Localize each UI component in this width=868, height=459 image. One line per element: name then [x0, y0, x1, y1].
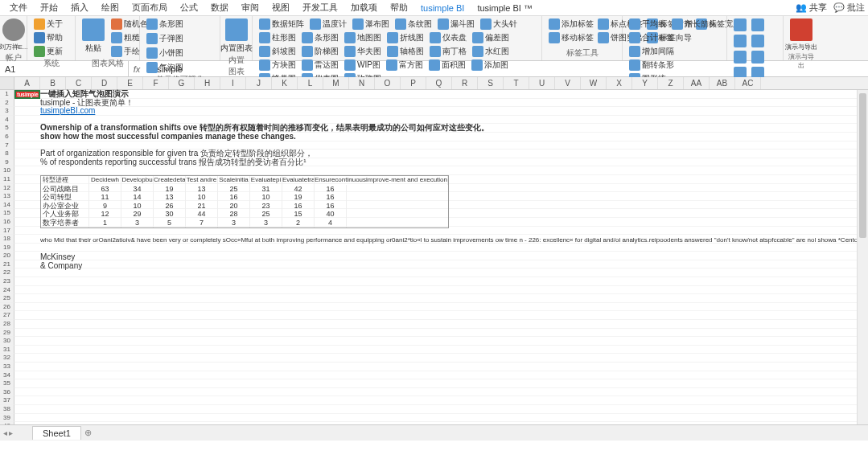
cell-bubble-button[interactable]: 气泡图 — [145, 61, 185, 74]
row-header-12[interactable]: 12 — [0, 184, 14, 193]
enhance-2[interactable]: 合计标签 — [627, 31, 676, 44]
scrollbar-thumb[interactable] — [859, 93, 866, 238]
row-header-13[interactable]: 13 — [0, 192, 14, 201]
menu-help[interactable]: 帮助 — [384, 0, 414, 15]
row-header-16[interactable]: 16 — [0, 218, 14, 227]
link-tusimple[interactable]: tusimpleBI.com — [40, 106, 95, 115]
col-header-R[interactable]: R — [452, 77, 478, 89]
row-header-25[interactable]: 25 — [0, 294, 14, 303]
menu-draw[interactable]: 绘图 — [95, 0, 125, 15]
row-header-5[interactable]: 5 — [0, 124, 14, 133]
menu-tusimple[interactable]: tusimple BI — [414, 2, 471, 14]
adv-chart-23[interactable]: 添加图 — [470, 59, 510, 72]
row-header-8[interactable]: 8 — [0, 150, 14, 158]
adv-chart-13[interactable]: 阶梯图 — [300, 45, 340, 58]
comments-button[interactable]: 💬 批注 — [833, 2, 865, 14]
enhance-0[interactable]: 平均线 — [627, 18, 668, 31]
row-header-20[interactable]: 20 — [0, 252, 14, 260]
col-header-V[interactable]: V — [555, 77, 581, 89]
adv-chart-17[interactable]: 水红图 — [471, 45, 511, 58]
add-sheet-button[interactable]: ⊕ — [84, 428, 92, 438]
adv-chart-14[interactable]: 华夫图 — [343, 45, 383, 58]
account-button[interactable]: 刘万祥E... — [5, 18, 22, 52]
row-header-27[interactable]: 27 — [0, 311, 14, 320]
adv-chart-9[interactable]: 折线图 — [385, 31, 426, 44]
col-header-Y[interactable]: Y — [632, 77, 658, 89]
menu-insert[interactable]: 插入 — [64, 0, 95, 15]
spreadsheet-grid[interactable]: ABCDEFGHIJKLMNOPQRSTUVWXYZAAABAC 1234567… — [0, 77, 868, 441]
col-header-S[interactable]: S — [478, 77, 504, 89]
sheet-tab-1[interactable]: Sheet1 — [32, 426, 81, 440]
share-button[interactable]: 👥 共享 — [796, 2, 827, 14]
row-header-9[interactable]: 9 — [0, 158, 14, 167]
row-header-38[interactable]: 38 — [0, 405, 14, 414]
row-header-14[interactable]: 14 — [0, 201, 14, 210]
col-header-X[interactable]: X — [607, 77, 632, 89]
col-header-G[interactable]: G — [169, 77, 195, 89]
row-header-6[interactable]: 6 — [0, 133, 14, 141]
col-header-J[interactable]: J — [246, 77, 272, 89]
adv-chart-5[interactable]: 大头针 — [479, 18, 519, 31]
row-header-30[interactable]: 30 — [0, 337, 14, 346]
menu-dev[interactable]: 开发工具 — [296, 0, 344, 15]
col-header-H[interactable]: H — [195, 77, 220, 89]
col-header-O[interactable]: O — [375, 77, 401, 89]
row-header-31[interactable]: 31 — [0, 346, 14, 354]
col-header-W[interactable]: W — [581, 77, 607, 89]
enhance-3[interactable]: 增加间隔 — [627, 45, 676, 58]
row-header-15[interactable]: 15 — [0, 209, 14, 218]
row-header-33[interactable]: 33 — [0, 363, 14, 371]
col-header-AA[interactable]: AA — [684, 77, 710, 89]
col-header-E[interactable]: E — [117, 77, 143, 89]
menu-addins[interactable]: 加载项 — [344, 0, 384, 15]
row-header-22[interactable]: 22 — [0, 268, 14, 277]
select-all-corner[interactable] — [0, 77, 14, 89]
adv-chart-11[interactable]: 偏差图 — [471, 31, 511, 44]
menu-tusimple2[interactable]: tusimple BI ™ — [471, 2, 538, 14]
col-header-I[interactable]: I — [220, 77, 246, 89]
about-button[interactable]: 关于 — [32, 18, 70, 31]
row-header-7[interactable]: 7 — [0, 141, 14, 150]
adv-chart-20[interactable]: WIP图 — [343, 59, 382, 72]
adv-chart-22[interactable]: 面积图 — [427, 59, 467, 72]
row-header-10[interactable]: 10 — [0, 166, 14, 175]
col-header-K[interactable]: K — [272, 77, 298, 89]
adv-chart-8[interactable]: 地图图 — [343, 31, 383, 44]
aux-4[interactable] — [732, 50, 748, 64]
aux-0[interactable] — [732, 18, 748, 32]
row-header-1[interactable]: 1 — [0, 90, 14, 99]
col-header-F[interactable]: F — [143, 77, 169, 89]
adv-chart-16[interactable]: 南丁格 — [428, 45, 468, 58]
row-header-28[interactable]: 28 — [0, 320, 14, 329]
menu-formula[interactable]: 公式 — [174, 0, 204, 15]
row-header-3[interactable]: 3 — [0, 107, 14, 116]
menu-file[interactable]: 文件 — [3, 0, 34, 15]
menu-view[interactable]: 视图 — [265, 0, 296, 15]
menu-home[interactable]: 开始 — [34, 0, 64, 15]
col-header-L[interactable]: L — [298, 77, 323, 89]
row-header-2[interactable]: 2 — [0, 99, 14, 108]
adv-chart-21[interactable]: 富方图 — [385, 59, 425, 72]
col-header-AB[interactable]: AB — [710, 77, 735, 89]
adv-chart-0[interactable]: 数据矩阵 — [257, 18, 306, 31]
aux-1[interactable] — [750, 18, 766, 32]
row-header-17[interactable]: 17 — [0, 227, 14, 236]
menu-review[interactable]: 审阅 — [235, 0, 265, 15]
row-header-21[interactable]: 21 — [0, 260, 14, 269]
row-header-39[interactable]: 39 — [0, 414, 14, 423]
col-header-Z[interactable]: Z — [658, 77, 684, 89]
label-tool-1[interactable]: 移动标签 — [547, 31, 595, 44]
selected-cell-a1[interactable]: tusimple — [14, 90, 40, 99]
label-tool-0[interactable]: 添加标签 — [547, 18, 595, 31]
aux-2[interactable] — [732, 34, 748, 48]
export-button[interactable]: 演示与导出 — [788, 18, 814, 52]
adv-chart-1[interactable]: 温度计 — [308, 18, 348, 31]
enhance-4[interactable]: 翻转条形 — [627, 59, 676, 72]
adv-chart-18[interactable]: 方块图 — [257, 59, 298, 72]
adv-chart-6[interactable]: 柱形图 — [257, 31, 298, 44]
row-header-11[interactable]: 11 — [0, 175, 14, 184]
row-header-18[interactable]: 18 — [0, 235, 14, 244]
col-header-AC[interactable]: AC — [735, 77, 761, 89]
col-header-C[interactable]: C — [66, 77, 92, 89]
adv-chart-3[interactable]: 条纹图 — [393, 18, 434, 31]
